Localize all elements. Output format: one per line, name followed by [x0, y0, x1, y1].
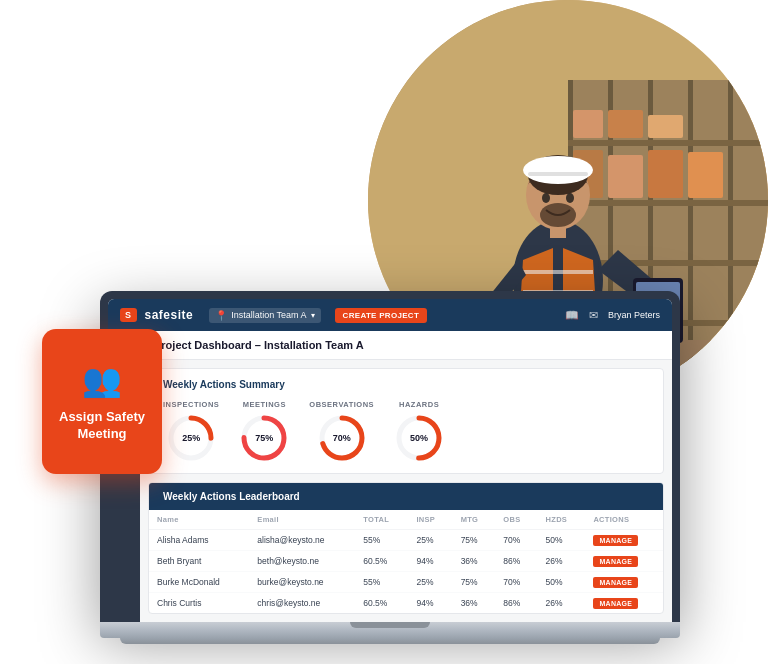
metric-label-inspections: INSPECTIONS — [163, 400, 219, 409]
manage-button[interactable]: MANAGE — [593, 577, 638, 588]
col-obs: OBS — [495, 510, 537, 530]
laptop-foot — [120, 638, 660, 644]
cell-name: Alisha Adams — [149, 530, 249, 551]
col-mtg: MTG — [453, 510, 496, 530]
table-wrapper: Name Email TOTAL INSP MTG OBS HZDS ACTIO… — [149, 510, 663, 613]
cell-name: Burke McDonald — [149, 572, 249, 593]
laptop-base — [100, 622, 680, 638]
manage-button[interactable]: MANAGE — [593, 556, 638, 567]
cell-mtg: 75% — [453, 530, 496, 551]
mail-icon[interactable]: ✉ — [589, 309, 598, 322]
laptop-screen-wrapper: S safesite 📍 Installation Team A ▾ CREAT… — [100, 291, 680, 622]
donut-hazards: 50% — [394, 413, 444, 463]
table-header-row: Name Email TOTAL INSP MTG OBS HZDS ACTIO… — [149, 510, 663, 530]
cell-action[interactable]: MANAGE — [585, 530, 663, 551]
cell-obs: 86% — [495, 551, 537, 572]
create-project-button[interactable]: CREATE PROJECT — [335, 308, 428, 323]
cell-hzds: 50% — [538, 530, 586, 551]
cell-obs: 70% — [495, 530, 537, 551]
cell-total: 55% — [355, 530, 408, 551]
svg-rect-13 — [648, 115, 683, 138]
svg-rect-6 — [728, 80, 733, 400]
cell-insp: 25% — [408, 530, 452, 551]
leaderboard-section: Weekly Actions Leaderboard Name Email TO… — [148, 482, 664, 614]
location-icon: 📍 — [215, 310, 227, 321]
app-content: 🔔 📄 📱 📊 Project Dashboard – Installation… — [108, 331, 672, 622]
table-row: Alisha Adams alisha@keysto.ne 55% 25% 75… — [149, 530, 663, 551]
svg-rect-11 — [573, 110, 603, 138]
leaderboard-title: Weekly Actions Leaderboard — [163, 491, 649, 502]
laptop-notch — [350, 622, 430, 628]
svg-rect-8 — [568, 200, 768, 206]
cell-obs: 70% — [495, 572, 537, 593]
metric-inspections: INSPECTIONS 25% — [163, 400, 219, 463]
laptop-screen: S safesite 📍 Installation Team A ▾ CREAT… — [108, 299, 672, 622]
cell-insp: 94% — [408, 551, 452, 572]
cell-hzds: 26% — [538, 593, 586, 614]
leaderboard-table: Name Email TOTAL INSP MTG OBS HZDS ACTIO… — [149, 510, 663, 613]
cell-insp: 25% — [408, 572, 452, 593]
chevron-down-icon: ▾ — [311, 311, 315, 320]
donut-inspections: 25% — [166, 413, 216, 463]
app-brand-name: safesite — [145, 308, 194, 322]
donut-text-inspections: 25% — [182, 433, 200, 443]
metric-label-hazards: HAZARDS — [399, 400, 439, 409]
metric-meetings: MEETINGS 75% — [239, 400, 289, 463]
col-email: Email — [249, 510, 355, 530]
cell-email: beth@keysto.ne — [249, 551, 355, 572]
col-actions: ACTIONS — [585, 510, 663, 530]
col-insp: INSP — [408, 510, 452, 530]
nav-icons: 📖 ✉ Bryan Peters — [565, 309, 660, 322]
cell-name: Chris Curtis — [149, 593, 249, 614]
summary-section: Weekly Actions Summary INSPECTIONS — [148, 368, 664, 474]
donut-text-hazards: 50% — [410, 433, 428, 443]
cell-action[interactable]: MANAGE — [585, 593, 663, 614]
feature-card-label: Assign Safety Meeting — [49, 409, 155, 443]
cell-mtg: 36% — [453, 593, 496, 614]
table-row: Beth Bryant beth@keysto.ne 60.5% 94% 36%… — [149, 551, 663, 572]
cell-hzds: 50% — [538, 572, 586, 593]
col-hzds: HZDS — [538, 510, 586, 530]
manage-button[interactable]: MANAGE — [593, 535, 638, 546]
laptop: S safesite 📍 Installation Team A ▾ CREAT… — [100, 291, 680, 644]
cell-email: alisha@keysto.ne — [249, 530, 355, 551]
app-logo: S — [120, 308, 137, 322]
project-name: Installation Team A — [231, 310, 306, 320]
metric-label-meetings: MEETINGS — [243, 400, 286, 409]
dashboard-title-bar: Project Dashboard – Installation Team A — [140, 331, 672, 360]
cell-total: 55% — [355, 572, 408, 593]
cell-action[interactable]: MANAGE — [585, 551, 663, 572]
app-navbar: S safesite 📍 Installation Team A ▾ CREAT… — [108, 299, 672, 331]
project-selector[interactable]: 📍 Installation Team A ▾ — [209, 308, 320, 323]
cell-hzds: 26% — [538, 551, 586, 572]
nav-user-name: Bryan Peters — [608, 310, 660, 320]
cell-action[interactable]: MANAGE — [585, 572, 663, 593]
svg-point-27 — [566, 193, 574, 203]
feature-card[interactable]: 👥 Assign Safety Meeting — [42, 329, 162, 474]
summary-title: Weekly Actions Summary — [163, 379, 649, 390]
donut-text-observations: 70% — [333, 433, 351, 443]
svg-rect-12 — [608, 110, 643, 138]
col-total: TOTAL — [355, 510, 408, 530]
manage-button[interactable]: MANAGE — [593, 598, 638, 609]
cell-mtg: 36% — [453, 551, 496, 572]
metric-label-observations: OBSERVATIONS — [309, 400, 374, 409]
cell-mtg: 75% — [453, 572, 496, 593]
cell-insp: 94% — [408, 593, 452, 614]
svg-rect-30 — [528, 172, 588, 176]
donut-meetings: 75% — [239, 413, 289, 463]
table-row: Chris Curtis chris@keysto.ne 60.5% 94% 3… — [149, 593, 663, 614]
cell-email: chris@keysto.ne — [249, 593, 355, 614]
table-row: Burke McDonald burke@keysto.ne 55% 25% 7… — [149, 572, 663, 593]
cell-name: Beth Bryant — [149, 551, 249, 572]
svg-point-26 — [542, 193, 550, 203]
col-name: Name — [149, 510, 249, 530]
cell-email: burke@keysto.ne — [249, 572, 355, 593]
leaderboard-header: Weekly Actions Leaderboard — [149, 483, 663, 510]
svg-rect-15 — [608, 155, 643, 198]
cell-total: 60.5% — [355, 551, 408, 572]
cell-total: 60.5% — [355, 593, 408, 614]
svg-rect-20 — [523, 270, 593, 274]
book-icon[interactable]: 📖 — [565, 309, 579, 322]
metrics-row: INSPECTIONS 25% — [163, 400, 649, 463]
